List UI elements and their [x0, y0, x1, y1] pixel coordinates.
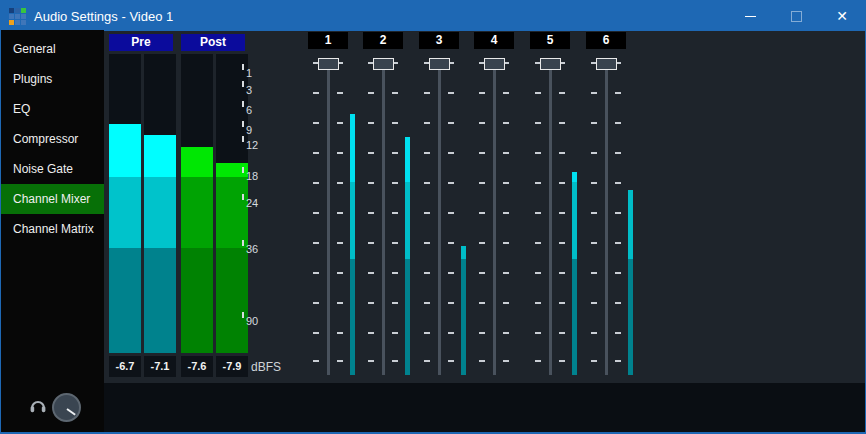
fader-track[interactable] — [438, 59, 441, 375]
fader-tick — [479, 92, 485, 94]
fader-tick — [337, 92, 343, 94]
fader-tick — [392, 332, 398, 334]
fader-tick — [337, 122, 343, 124]
scale-label: 6 — [246, 102, 252, 118]
fader-tick — [368, 182, 374, 184]
fader-tick — [313, 332, 319, 334]
fader-thumb[interactable] — [540, 58, 561, 70]
fader-thumb[interactable] — [373, 58, 394, 70]
fader-tick — [424, 242, 430, 244]
fader-tick — [615, 242, 621, 244]
fader-tick — [368, 152, 374, 154]
fader-tick — [535, 122, 541, 124]
fader-tick — [559, 302, 565, 304]
level-meter-bar — [109, 124, 141, 353]
scale-tick — [242, 194, 244, 200]
fader-track[interactable] — [549, 59, 552, 375]
meter-value: -7.1 — [144, 356, 176, 377]
scale-tick — [242, 121, 244, 127]
scale-label: 3 — [246, 82, 252, 98]
fader-tick — [448, 302, 454, 304]
knob-indicator — [66, 408, 75, 415]
fader-track[interactable] — [493, 59, 496, 375]
scale-tick — [242, 312, 244, 318]
fader-tick — [615, 182, 621, 184]
fader-track[interactable] — [605, 59, 608, 375]
fader-tick — [448, 242, 454, 244]
fader-tick — [313, 152, 319, 154]
fader-tick — [424, 152, 430, 154]
fader-tick — [535, 212, 541, 214]
fader-tick — [424, 182, 430, 184]
fader-tick — [368, 302, 374, 304]
headphones-volume-knob[interactable] — [52, 393, 81, 422]
audio-settings-window: Audio Settings - Video 1 ✕ GeneralPlugin… — [0, 0, 866, 434]
fader-tick — [368, 360, 374, 362]
fader-tick — [479, 182, 485, 184]
fader-tick — [535, 332, 541, 334]
fader-tick — [479, 122, 485, 124]
fader-tick — [337, 360, 343, 362]
scale-tick — [242, 167, 244, 173]
fader-tick — [479, 302, 485, 304]
meter-group-header: Post — [181, 34, 245, 51]
fader-tick — [559, 272, 565, 274]
fader-tick — [535, 92, 541, 94]
fader-tick — [559, 152, 565, 154]
fader-tick — [503, 92, 509, 94]
fader-tick — [313, 242, 319, 244]
meter-group-header: Pre — [109, 34, 173, 51]
fader-tick — [313, 302, 319, 304]
level-meter-bar — [216, 163, 248, 353]
fader-tick — [337, 332, 343, 334]
fader-tick — [615, 302, 621, 304]
fader-tick — [392, 302, 398, 304]
fader-tick — [313, 212, 319, 214]
scale-tick — [242, 64, 244, 70]
fader-tick — [479, 332, 485, 334]
fader-tick — [503, 152, 509, 154]
fader-track[interactable] — [382, 59, 385, 375]
footer: Close — [104, 383, 865, 432]
fader-tick — [313, 182, 319, 184]
fader-thumb[interactable] — [429, 58, 450, 70]
fader-tick — [313, 122, 319, 124]
channel-level-meter — [628, 190, 633, 375]
channel-level-meter — [405, 137, 410, 375]
fader-tick — [591, 152, 597, 154]
fader-tick — [591, 122, 597, 124]
fader-tick — [392, 122, 398, 124]
fader-tick — [503, 360, 509, 362]
fader-tick — [535, 302, 541, 304]
fader-tick — [591, 182, 597, 184]
fader-tick — [337, 302, 343, 304]
fader-track[interactable] — [327, 59, 330, 375]
fader-tick — [392, 360, 398, 362]
fader-tick — [591, 360, 597, 362]
fader-tick — [448, 92, 454, 94]
fader-tick — [368, 122, 374, 124]
fader-tick — [448, 360, 454, 362]
fader-tick — [559, 92, 565, 94]
fader-tick — [368, 242, 374, 244]
fader-tick — [448, 272, 454, 274]
scale-tick — [242, 136, 244, 142]
fader-thumb[interactable] — [318, 58, 339, 70]
scale-label: 90 — [246, 313, 258, 329]
fader-tick — [503, 122, 509, 124]
scale-label: 1 — [246, 65, 252, 81]
fader-tick — [591, 242, 597, 244]
fader-tick — [615, 122, 621, 124]
fader-thumb[interactable] — [596, 58, 617, 70]
fader-tick — [392, 212, 398, 214]
fader-tick — [368, 332, 374, 334]
fader-thumb[interactable] — [484, 58, 505, 70]
fader-tick — [313, 272, 319, 274]
channel-mixer-panel: Pre-6.7-7.1Post-7.6-7.913691218243690dBF… — [1, 1, 865, 432]
fader-tick — [479, 152, 485, 154]
fader-tick — [368, 272, 374, 274]
fader-tick — [503, 182, 509, 184]
scale-label: 12 — [246, 137, 258, 153]
fader-tick — [591, 92, 597, 94]
fader-tick — [503, 272, 509, 274]
